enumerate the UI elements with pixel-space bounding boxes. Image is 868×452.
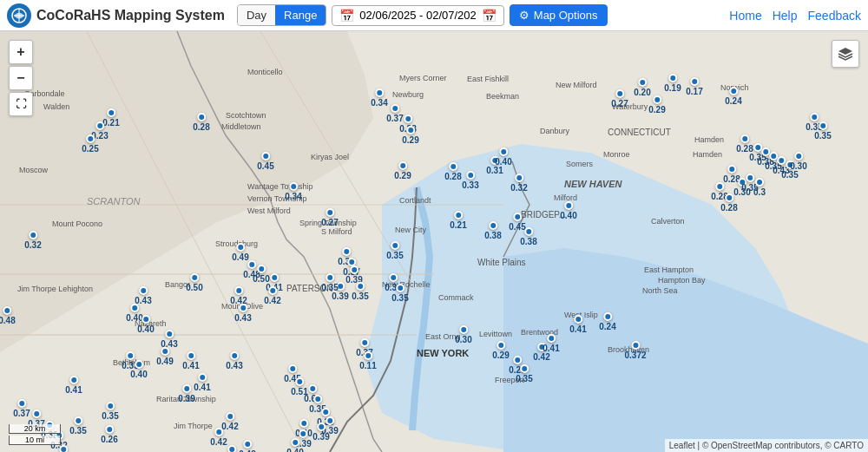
data-point[interactable]: 0.49 bbox=[156, 347, 173, 366]
data-dot bbox=[59, 445, 68, 452]
data-point[interactable]: 0.42 bbox=[210, 428, 227, 447]
data-point[interactable]: 0.24 bbox=[725, 87, 741, 106]
data-point[interactable]: 0.3 bbox=[753, 178, 766, 197]
data-value: 0.34 bbox=[285, 192, 301, 201]
data-point[interactable]: 0.38 bbox=[520, 227, 536, 246]
data-point[interactable]: 0.372 bbox=[624, 341, 646, 360]
data-point[interactable]: 0.34 bbox=[371, 88, 387, 108]
data-point[interactable]: 0.35 bbox=[321, 273, 338, 292]
data-point[interactable]: 0.43 bbox=[234, 304, 251, 323]
data-dot bbox=[299, 419, 308, 428]
data-point[interactable]: 0.34 bbox=[285, 182, 301, 201]
svg-text:White Plains: White Plains bbox=[477, 258, 526, 267]
svg-text:Commack: Commack bbox=[438, 293, 474, 302]
data-point[interactable]: 0.35 bbox=[516, 364, 532, 383]
data-point[interactable]: 0.28 bbox=[720, 193, 737, 213]
data-point[interactable]: 0.45 bbox=[257, 152, 273, 171]
data-point[interactable]: 0.40 bbox=[130, 360, 147, 379]
data-point[interactable]: 0.43 bbox=[226, 351, 242, 370]
data-point[interactable]: 0.35 bbox=[69, 416, 86, 436]
data-point[interactable]: 0.30 bbox=[790, 152, 806, 171]
data-point[interactable]: 0.32 bbox=[510, 174, 527, 193]
data-dot bbox=[515, 174, 523, 182]
data-value: 0.39 bbox=[312, 432, 329, 442]
data-point[interactable]: 0.40 bbox=[137, 315, 154, 334]
date-range-picker[interactable]: 📅 02/06/2025 - 02/07/202 📅 bbox=[332, 5, 503, 26]
data-point[interactable]: 0.11 bbox=[359, 351, 376, 370]
data-point[interactable]: 0.41 bbox=[194, 373, 210, 392]
svg-text:Hamden: Hamden bbox=[694, 135, 724, 144]
data-dot bbox=[321, 408, 330, 416]
data-point[interactable]: 0.41 bbox=[182, 351, 199, 370]
data-point[interactable]: 0.27 bbox=[321, 208, 338, 227]
data-point[interactable]: 0.29 bbox=[648, 95, 665, 115]
data-point[interactable]: 0.43 bbox=[135, 286, 151, 305]
data-point[interactable]: 0.39 bbox=[312, 423, 329, 442]
data-point[interactable]: 0.25 bbox=[82, 134, 98, 154]
map-container[interactable]: SCRANTON NEW HAVEN CONNECTICUT BRIDGEP..… bbox=[0, 31, 868, 452]
data-point[interactable]: 0.40 bbox=[560, 201, 576, 220]
layers-button[interactable] bbox=[832, 40, 859, 68]
day-button[interactable]: Day bbox=[238, 5, 275, 25]
data-point[interactable]: 0.48 bbox=[0, 306, 16, 325]
calendar-start-icon: 📅 bbox=[339, 9, 354, 23]
data-point[interactable]: 0.40 bbox=[223, 445, 240, 452]
data-point[interactable]: 0.41 bbox=[569, 315, 586, 334]
data-point[interactable]: 0.35 bbox=[386, 241, 403, 260]
map-options-button[interactable]: ⚙ Map Options bbox=[510, 4, 608, 26]
data-dot bbox=[214, 428, 223, 436]
data-point[interactable]: 0.38 bbox=[484, 221, 501, 240]
data-point[interactable]: 0.35 bbox=[352, 282, 368, 301]
data-point[interactable]: 0.21 bbox=[450, 211, 466, 230]
data-point[interactable]: 0.28 bbox=[193, 113, 209, 132]
svg-text:Middletown: Middletown bbox=[221, 122, 261, 131]
data-point[interactable]: 0.42 bbox=[230, 286, 247, 305]
data-point[interactable]: 0.49 bbox=[232, 243, 248, 262]
data-value: 0.31 bbox=[486, 166, 503, 175]
data-point[interactable]: 0.42 bbox=[264, 286, 280, 305]
data-point[interactable]: 0.26 bbox=[101, 425, 117, 444]
scale-km: 20 km bbox=[9, 424, 61, 434]
zoom-in-button[interactable]: + bbox=[9, 40, 33, 64]
data-point[interactable]: 0.50 bbox=[186, 273, 202, 292]
data-point[interactable]: 0.40 bbox=[495, 147, 511, 167]
data-point[interactable]: 0.41 bbox=[65, 376, 82, 395]
data-point[interactable]: 0.40 bbox=[286, 438, 303, 452]
data-point[interactable]: 0.48 bbox=[239, 440, 255, 452]
data-dot bbox=[165, 330, 174, 338]
data-point[interactable]: 0.29 bbox=[394, 161, 411, 180]
data-point[interactable]: 0.17 bbox=[686, 77, 702, 96]
home-link[interactable]: Home bbox=[729, 9, 761, 23]
svg-text:Hamden: Hamden bbox=[693, 150, 722, 159]
feedback-link[interactable]: Feedback bbox=[808, 9, 861, 23]
data-point[interactable]: 0.27 bbox=[611, 89, 628, 108]
data-point[interactable]: 0.39 bbox=[178, 384, 194, 403]
svg-text:East Fishkill: East Fishkill bbox=[467, 75, 509, 83]
data-point[interactable]: 0.20 bbox=[634, 78, 650, 97]
help-link[interactable]: Help bbox=[773, 9, 798, 23]
data-point[interactable]: 0.19 bbox=[664, 74, 681, 93]
data-point[interactable]: 0.35 bbox=[102, 402, 118, 421]
data-value: 0.27 bbox=[321, 218, 338, 227]
data-point[interactable]: 0.35 bbox=[391, 284, 408, 303]
data-point[interactable]: 0.32 bbox=[24, 231, 41, 250]
data-value: 0.40 bbox=[495, 157, 511, 167]
data-dot bbox=[389, 273, 398, 282]
range-button[interactable]: Range bbox=[275, 5, 326, 25]
data-value: 0.17 bbox=[686, 87, 702, 96]
zoom-out-button[interactable]: − bbox=[9, 66, 33, 90]
data-point[interactable]: 0.30 bbox=[455, 325, 471, 344]
fullscreen-button[interactable]: ⛶ bbox=[9, 92, 33, 116]
data-value: 0.41 bbox=[542, 344, 559, 353]
data-point[interactable]: 0.43 bbox=[161, 330, 177, 349]
data-point[interactable]: 0.29 bbox=[402, 126, 418, 145]
data-point[interactable]: 0.28 bbox=[444, 162, 461, 181]
data-dot bbox=[29, 231, 37, 239]
data-point[interactable]: 0.26 bbox=[55, 445, 71, 452]
data-point[interactable]: 0.33 bbox=[462, 171, 478, 190]
data-point[interactable]: 0.29 bbox=[492, 341, 509, 360]
data-point[interactable]: 0.41 bbox=[542, 334, 559, 353]
data-point[interactable]: 0.35 bbox=[814, 121, 831, 141]
data-dot bbox=[564, 201, 573, 210]
data-point[interactable]: 0.24 bbox=[599, 312, 615, 331]
